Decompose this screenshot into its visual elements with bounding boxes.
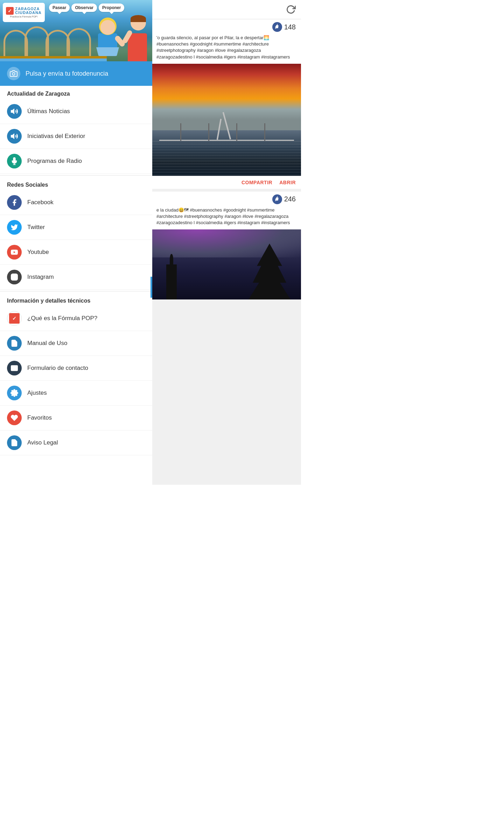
megaphone-icon-iniciativas xyxy=(7,129,22,144)
sidebar-item-manual[interactable]: Manual de Uso xyxy=(0,331,152,356)
ajustes-label: Ajustes xyxy=(27,389,47,396)
twitter-label: Twitter xyxy=(27,224,45,231)
instagram-icon xyxy=(7,270,22,284)
camera-icon xyxy=(10,70,18,77)
open-button-1[interactable]: ABRIR xyxy=(279,180,296,185)
svg-marker-3 xyxy=(11,109,14,114)
refresh-icon[interactable] xyxy=(286,5,296,14)
sidebar-menu: ✓ ZARAGOZA CIUDADANA Practica la Fórmula… xyxy=(0,0,152,485)
sidebar-item-iniciativas[interactable]: Iniciativas del Exterior xyxy=(0,124,152,149)
instagram-label: Instagram xyxy=(27,274,54,281)
heart-icon xyxy=(7,410,22,425)
section-redes-heading: Redes Sociales xyxy=(0,177,152,190)
svg-point-2 xyxy=(12,73,15,75)
sidebar-item-radio[interactable]: Programas de Radio xyxy=(0,149,152,174)
sidebar-item-facebook[interactable]: Facebook xyxy=(0,190,152,215)
section-actualidad-heading: Actualidad de Zaragoza xyxy=(0,86,152,99)
post-2-likes: 246 xyxy=(152,192,301,207)
sidebar-item-noticias[interactable]: Últimas Noticias xyxy=(0,99,152,124)
contacto-label: Formulario de contacto xyxy=(27,365,88,372)
post-2-image xyxy=(152,229,301,299)
speech-bubble-pasear: Pasear xyxy=(49,4,70,12)
radio-label: Programas de Radio xyxy=(27,158,82,165)
feed-header xyxy=(152,0,301,19)
logo-check-icon: ✓ xyxy=(6,7,14,15)
settings-icon xyxy=(7,386,22,400)
section-info-heading: Información y detalles técnicos xyxy=(0,293,152,306)
sidebar-item-instagram[interactable]: Instagram xyxy=(0,265,152,290)
post-1-likes: 148 xyxy=(152,19,301,35)
manual-label: Manual de Uso xyxy=(27,340,67,347)
post-2-text: e la ciudad😄🗺 #buenasnoches #goodnight #… xyxy=(152,207,301,230)
sidebar-item-favoritos[interactable]: Favoritos xyxy=(0,406,152,430)
twitter-icon xyxy=(7,220,22,235)
legal-icon xyxy=(7,435,22,450)
divider-1 xyxy=(0,175,152,175)
formula-label: ¿Qué es la Fórmula POP? xyxy=(27,315,97,322)
speech-bubbles: Pasear Observar Proponer xyxy=(49,4,124,12)
iniciativas-label: Iniciativas del Exterior xyxy=(27,133,85,140)
noticias-label: Últimas Noticias xyxy=(27,108,70,115)
sidebar-item-formula[interactable]: ✓ ¿Qué es la Fórmula POP? xyxy=(0,306,152,331)
post-1-image xyxy=(152,64,301,176)
sidebar-item-contacto[interactable]: Formulario de contacto xyxy=(0,356,152,381)
post-2-like-count: 246 xyxy=(284,195,296,203)
microphone-icon xyxy=(7,154,22,168)
post-1-text: 'o guarda silencio, al pasar por el Pila… xyxy=(152,35,301,64)
youtube-icon xyxy=(7,245,22,260)
svg-marker-4 xyxy=(11,134,14,139)
like-icon-1 xyxy=(272,22,282,32)
share-button-1[interactable]: COMPARTIR xyxy=(241,180,272,185)
speech-bubble-observar: Observar xyxy=(71,4,97,12)
legal-label: Aviso Legal xyxy=(27,439,58,446)
logo-line2: CIUDADANA xyxy=(15,11,42,15)
sidebar-item-twitter[interactable]: Twitter xyxy=(0,215,152,240)
post-card-2: 246 e la ciudad😄🗺 #buenasnoches #goodnig… xyxy=(152,192,301,300)
app-banner: ✓ ZARAGOZA CIUDADANA Practica la Fórmula… xyxy=(0,0,152,61)
accent-strip xyxy=(150,277,152,298)
youtube-label: Youtube xyxy=(27,249,49,256)
speech-bubble-proponer: Proponer xyxy=(99,4,124,12)
facebook-label: Facebook xyxy=(27,199,54,206)
post-1-actions: COMPARTIR ABRIR xyxy=(152,176,301,189)
photo-report-button[interactable]: Pulsa y envía tu fotodenuncia xyxy=(0,61,152,86)
photo-report-label: Pulsa y envía tu fotodenuncia xyxy=(26,70,108,77)
facebook-icon xyxy=(7,195,22,210)
megaphone-icon-noticias xyxy=(7,104,22,119)
sidebar-item-legal[interactable]: Aviso Legal xyxy=(0,430,152,455)
zaragoza-logo-icon: ✓ xyxy=(7,311,22,326)
app-logo: ✓ ZARAGOZA CIUDADANA Practica la Fórmula… xyxy=(3,3,45,22)
divider-2 xyxy=(0,291,152,291)
post-card-1: 148 'o guarda silencio, al pasar por el … xyxy=(152,19,301,189)
sidebar-item-ajustes[interactable]: Ajustes xyxy=(0,381,152,406)
logo-subtitle: Practica la Fórmula POP! xyxy=(10,15,38,18)
camera-icon-circle xyxy=(7,67,20,80)
post-1-like-count: 148 xyxy=(284,23,296,31)
social-feed-panel: 148 'o guarda silencio, al pasar por el … xyxy=(152,0,301,485)
favoritos-label: Favoritos xyxy=(27,414,52,421)
like-icon-2 xyxy=(272,194,282,204)
manual-icon xyxy=(7,336,22,351)
contact-icon xyxy=(7,361,22,375)
sidebar-item-youtube[interactable]: Youtube xyxy=(0,240,152,265)
